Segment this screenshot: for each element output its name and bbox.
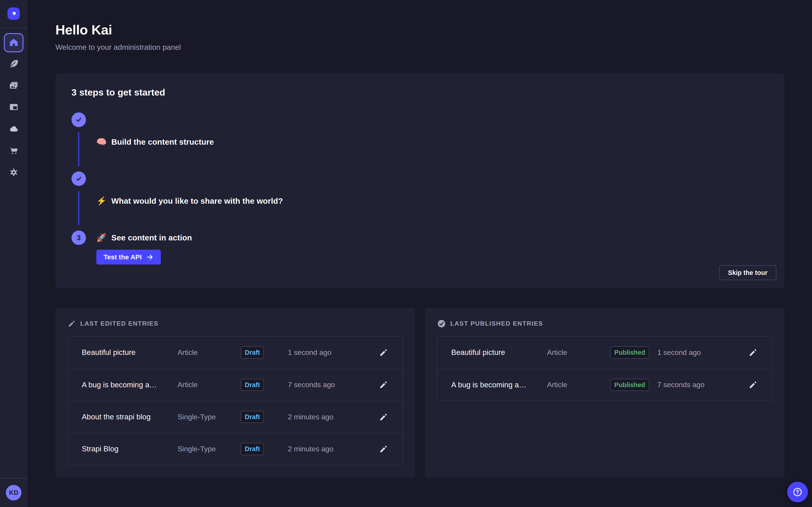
check-icon [75, 175, 83, 182]
entry-status-cell: Draft [241, 379, 288, 391]
layout-icon [9, 102, 19, 112]
entry-status-cell: Published [610, 346, 657, 358]
test-api-button[interactable]: Test the API [96, 250, 161, 265]
entry-action-cell [376, 379, 403, 391]
edit-entry-button[interactable] [378, 379, 389, 391]
edit-entry-button[interactable] [378, 347, 389, 358]
brain-emoji: 🧠 [96, 135, 107, 149]
page-title: Hello Kai [55, 22, 785, 38]
entry-time: 2 minutes ago [288, 413, 376, 421]
entry-time: 1 second ago [288, 348, 376, 357]
entry-time: 7 seconds ago [288, 381, 376, 389]
sidebar-nav [0, 28, 28, 186]
check-circle-icon [437, 320, 446, 328]
entry-status-cell: Draft [241, 443, 288, 455]
pencil-icon [379, 445, 388, 453]
table-row: Beautiful picture Article Published 1 se… [437, 336, 772, 369]
cart-icon [9, 145, 19, 156]
step-done-indicator [71, 171, 86, 186]
images-icon [9, 80, 19, 91]
entry-time: 2 minutes ago [288, 445, 376, 453]
sidebar-item-settings[interactable] [5, 164, 22, 180]
entry-type: Single-Type [177, 413, 241, 421]
entry-status-cell: Draft [241, 346, 288, 358]
table-row: About the strapi blog Single-Type Draft … [68, 401, 403, 433]
tour-step-1: 🧠 Build the content structure [71, 112, 768, 171]
arrow-right-icon [146, 253, 154, 261]
sidebar-item-media-library[interactable] [5, 77, 22, 94]
panel-title: LAST EDITED ENTRIES [80, 320, 159, 327]
entry-title: A bug is becoming a… [451, 381, 547, 389]
entry-title: About the strapi blog [82, 412, 177, 421]
lightning-emoji: ⚡ [96, 194, 107, 208]
panel-last-edited: LAST EDITED ENTRIES Beautiful picture Ar… [55, 308, 415, 478]
entry-type: Article [547, 348, 610, 357]
logo-area [0, 0, 28, 27]
sidebar-item-home[interactable] [4, 33, 23, 52]
sidebar-item-content-manager[interactable] [5, 99, 22, 115]
home-icon [9, 38, 19, 48]
entry-action-cell [376, 443, 403, 455]
pencil-icon [749, 380, 757, 389]
main-navigation: KD [0, 0, 28, 507]
strapi-logo-icon [10, 10, 17, 17]
entries-panels: LAST EDITED ENTRIES Beautiful picture Ar… [55, 308, 785, 478]
entry-title: Beautiful picture [82, 348, 177, 357]
entry-time: 1 second ago [657, 348, 745, 357]
cloud-icon [9, 124, 19, 134]
status-badge: Draft [241, 411, 264, 423]
status-badge: Draft [241, 379, 264, 391]
tour-title: 3 steps to get started [71, 87, 768, 98]
entry-action-cell [746, 347, 772, 358]
panel-header: LAST PUBLISHED ENTRIES [437, 320, 773, 328]
main-content: Hello Kai Welcome to your administration… [28, 0, 812, 507]
tour-steps: 🧠 Build the content structure ⚡ What wou… [71, 112, 768, 245]
sidebar-bottom: KD [0, 478, 28, 507]
pencil-icon [379, 348, 388, 357]
entry-type: Article [547, 381, 610, 389]
check-icon [75, 116, 83, 123]
entry-action-cell [746, 379, 772, 391]
page-subtitle: Welcome to your administration panel [55, 43, 785, 52]
sidebar-item-content-type-builder[interactable] [5, 55, 22, 72]
edit-entry-button[interactable] [747, 347, 759, 358]
rocket-emoji: 🚀 [96, 230, 107, 245]
sidebar-item-marketplace[interactable] [5, 142, 22, 159]
entry-title: Beautiful picture [451, 348, 547, 357]
entry-status-cell: Published [610, 379, 657, 391]
entry-type: Single-Type [177, 445, 241, 453]
entry-action-cell [376, 347, 403, 358]
edit-entry-button[interactable] [378, 411, 389, 423]
entry-status-cell: Draft [241, 411, 288, 423]
step-label: 🚀 See content in action [96, 230, 192, 245]
tour-step-3: 3 🚀 See content in action [71, 230, 768, 245]
help-button[interactable] [787, 482, 808, 503]
edit-entry-button[interactable] [378, 443, 389, 455]
step-label: ⚡ What would you like to share with the … [96, 171, 283, 230]
pencil-icon [379, 380, 388, 389]
entries-table: Beautiful picture Article Published 1 se… [437, 336, 773, 401]
table-row: Beautiful picture Article Draft 1 second… [68, 336, 403, 369]
edit-entry-button[interactable] [747, 379, 759, 391]
guided-tour-card: 3 steps to get started 🧠 Build the conte… [55, 73, 785, 288]
strapi-logo[interactable] [7, 7, 20, 20]
feather-icon [9, 58, 19, 69]
strapi-admin-homepage: KD Hello Kai Welcome to your administrat… [0, 0, 812, 507]
pencil-icon [749, 348, 757, 357]
user-avatar[interactable]: KD [6, 485, 21, 501]
step-label: 🧠 Build the content structure [96, 112, 214, 171]
entry-action-cell [376, 411, 403, 423]
step-done-indicator [71, 112, 86, 127]
panel-last-published: LAST PUBLISHED ENTRIES Beautiful picture… [425, 308, 785, 478]
panel-header: LAST EDITED ENTRIES [67, 320, 403, 328]
entry-title: Strapi Blog [82, 445, 177, 453]
sidebar-item-deploy[interactable] [5, 121, 22, 137]
table-row: A bug is becoming a… Article Published 7… [437, 369, 772, 401]
question-mark-icon [793, 487, 803, 497]
status-badge: Published [610, 379, 649, 391]
entry-title: A bug is becoming a… [82, 381, 177, 389]
tour-step-2: ⚡ What would you like to share with the … [71, 171, 768, 230]
skip-tour-button[interactable]: Skip the tour [719, 265, 776, 280]
pencil-icon [68, 320, 75, 327]
pencil-icon [379, 412, 388, 421]
